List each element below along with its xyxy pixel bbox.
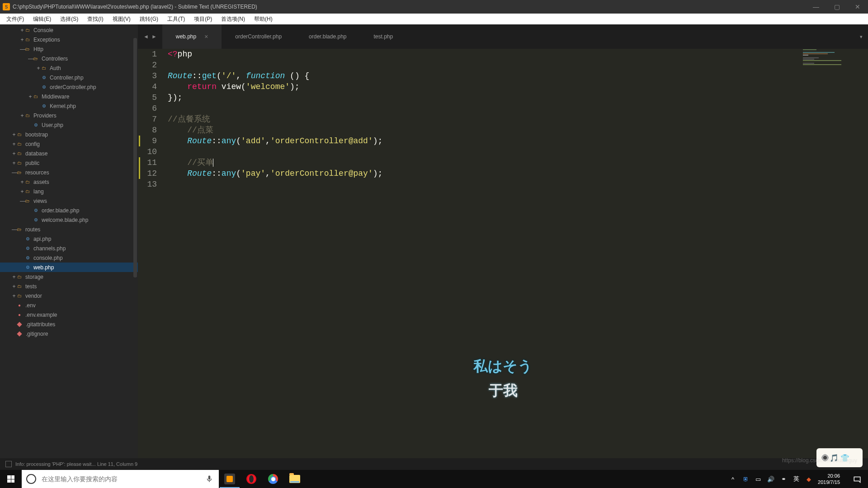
menu-view[interactable]: 视图(V): [108, 14, 135, 24]
sidebar-item-bootstrap[interactable]: +🗀bootstrap: [0, 130, 138, 139]
tray-network-speed-icon[interactable]: ◆: [805, 475, 812, 483]
sidebar-item--gitattributes[interactable]: .gitattributes: [0, 319, 138, 329]
mic-icon[interactable]: [205, 475, 213, 483]
sidebar-item-tests[interactable]: +🗀tests: [0, 282, 138, 291]
menu-project[interactable]: 项目(P): [189, 14, 217, 24]
sidebar-item-views[interactable]: —🗁views: [0, 196, 138, 206]
tab-close-icon[interactable]: ×: [204, 33, 208, 40]
sidebar-item-kernel-php[interactable]: ⚙Kernel.php: [0, 101, 138, 111]
code-line[interactable]: //点餐系统: [168, 114, 382, 125]
menu-preferences[interactable]: 首选项(N): [217, 14, 250, 24]
line-number: 7: [142, 114, 157, 125]
code-line[interactable]: return view('welcome');: [168, 81, 382, 92]
minimap[interactable]: [800, 49, 868, 470]
tab-label: test.php: [373, 33, 393, 40]
gutter-marker: [139, 157, 140, 168]
gutter-marker: [138, 179, 142, 190]
tab-test-php[interactable]: test.php: [360, 24, 406, 49]
taskbar-app-sublime[interactable]: [219, 470, 241, 488]
code-line[interactable]: [168, 103, 382, 114]
window-maximize-button[interactable]: ▢: [826, 0, 847, 14]
status-panel-icon[interactable]: [5, 461, 12, 467]
sidebar-item-user-php[interactable]: ⚙User.php: [0, 120, 138, 130]
sidebar-item-config[interactable]: +🗀config: [0, 139, 138, 149]
window-minimize-button[interactable]: —: [806, 0, 826, 14]
taskbar-search[interactable]: [22, 470, 219, 488]
sidebar-item-label: .env.example: [25, 312, 57, 318]
sidebar-item-routes[interactable]: —🗁routes: [0, 225, 138, 234]
menu-find[interactable]: 查找(I): [83, 14, 108, 24]
menu-file[interactable]: 文件(F): [2, 14, 28, 24]
code-line[interactable]: Route::get('/', function () {: [168, 70, 382, 81]
sidebar-item-vendor[interactable]: +🗀vendor: [0, 291, 138, 300]
code-line[interactable]: Route::any('add','orderController@add');: [168, 136, 382, 146]
window-close-button[interactable]: ✕: [847, 0, 868, 14]
line-number: 9: [142, 136, 157, 146]
tray-volume-icon[interactable]: 🔊: [767, 475, 774, 483]
tab-nav-next-icon[interactable]: ►: [151, 33, 158, 41]
sidebar-item-web-php[interactable]: ⚙web.php: [0, 263, 138, 272]
tab-nav-prev-icon[interactable]: ◄: [142, 33, 150, 41]
sidebar-item-api-php[interactable]: ⚙api.php: [0, 234, 138, 244]
sidebar-item-console-php[interactable]: ⚙console.php: [0, 253, 138, 263]
sidebar-item-exceptions[interactable]: +🗀Exceptions: [0, 35, 138, 44]
sidebar-item--gitignore[interactable]: .gitignore: [0, 329, 138, 338]
code-line[interactable]: });: [168, 92, 382, 103]
code-line[interactable]: <?php: [168, 49, 382, 60]
tray-clock[interactable]: 20:06 2019/7/15: [818, 473, 843, 485]
menu-help[interactable]: 帮助(H): [250, 14, 277, 24]
menu-edit[interactable]: 编辑(E): [28, 14, 56, 24]
taskbar-app-chrome[interactable]: [262, 470, 284, 488]
tray-wifi-icon[interactable]: ⚭: [780, 475, 787, 483]
sidebar-item--env-example[interactable]: ●.env.example: [0, 310, 138, 319]
tab-overflow-icon[interactable]: ▾: [860, 34, 868, 40]
sidebar-item-channels-php[interactable]: ⚙channels.php: [0, 244, 138, 253]
sidebar-item-database[interactable]: +🗀database: [0, 149, 138, 158]
sidebar-item-controllers[interactable]: —🗁Controllers: [0, 54, 138, 63]
tab-order-blade-php[interactable]: order.blade.php: [295, 24, 360, 49]
code-line[interactable]: [168, 179, 382, 190]
tray-chevron-up-icon[interactable]: ^: [729, 475, 736, 483]
taskbar-search-input[interactable]: [42, 475, 205, 483]
start-button[interactable]: [0, 470, 22, 488]
sidebar-item-welcome-blade-php[interactable]: ⚙welcome.blade.php: [0, 215, 138, 225]
tray-shield-icon[interactable]: ⛨: [742, 475, 749, 483]
tab-web-php[interactable]: web.php×: [162, 24, 222, 49]
menu-tools[interactable]: 工具(T): [163, 14, 189, 24]
sidebar-item-label: vendor: [25, 293, 42, 299]
sidebar-scrollbar[interactable]: [132, 24, 138, 443]
sidebar-item-storage[interactable]: +🗀storage: [0, 272, 138, 282]
code-line[interactable]: //买单: [168, 157, 382, 168]
sidebar-item-console[interactable]: +🗀Console: [0, 25, 138, 35]
line-number: 8: [142, 125, 157, 136]
line-number: 5: [142, 92, 157, 103]
sidebar-item-auth[interactable]: +🗀Auth: [0, 63, 138, 73]
sidebar-item-http[interactable]: —🗁Http: [0, 44, 138, 54]
menu-selection[interactable]: 选择(S): [56, 14, 83, 24]
code-editor[interactable]: 12345678910111213 <?phpRoute::get('/', f…: [138, 49, 868, 470]
tray-ime-indicator[interactable]: 英: [793, 475, 800, 483]
taskbar-app-opera[interactable]: [241, 470, 262, 488]
sidebar-item-providers[interactable]: +🗀Providers: [0, 111, 138, 120]
tray-battery-icon[interactable]: ▭: [755, 475, 762, 483]
sidebar-item--env[interactable]: ●.env: [0, 300, 138, 310]
menu-goto[interactable]: 跳转(G): [135, 14, 163, 24]
code-line[interactable]: Route::any('pay','orderController@pay');: [168, 168, 382, 179]
status-bar: Info: processing 'PHP': please wait... L…: [0, 458, 868, 470]
sidebar-item-lang[interactable]: +🗀lang: [0, 187, 138, 196]
sidebar-item-middleware[interactable]: +🗀Middleware: [0, 92, 138, 101]
code-line[interactable]: [168, 60, 382, 70]
tab-ordercontroller-php[interactable]: orderController.php: [222, 24, 295, 49]
sidebar-item-controller-php[interactable]: ⚙Controller.php: [0, 73, 138, 82]
sidebar-item-resources[interactable]: —🗁resources: [0, 168, 138, 177]
gutter-marker: [139, 168, 140, 179]
sidebar-item-ordercontroller-php[interactable]: ⚙orderController.php: [0, 82, 138, 92]
folder-icon: 🗀: [16, 151, 23, 156]
code-line[interactable]: //点菜: [168, 125, 382, 136]
sidebar-item-order-blade-php[interactable]: ⚙order.blade.php: [0, 206, 138, 215]
taskbar-app-explorer[interactable]: [284, 470, 306, 488]
sidebar-item-public[interactable]: +🗀public: [0, 158, 138, 168]
code-line[interactable]: [168, 146, 382, 157]
tray-notifications-icon[interactable]: [848, 470, 866, 488]
sidebar-item-assets[interactable]: +🗀assets: [0, 177, 138, 187]
